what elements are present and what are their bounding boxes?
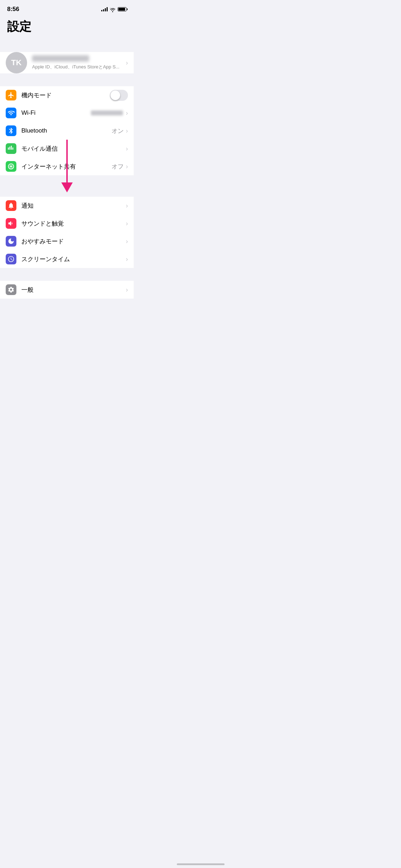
general-icon	[6, 284, 16, 295]
screentime-label: スクリーンタイム	[21, 255, 126, 263]
donotdisturb-label: おやすみモード	[21, 237, 126, 246]
page-title-area: 設定	[0, 16, 134, 39]
profile-subtitle: Apple ID、iCloud、iTunes StoreとApp S...	[32, 64, 126, 70]
status-icons	[101, 7, 127, 11]
signal-icon	[101, 7, 108, 11]
sounds-chevron: ›	[126, 220, 128, 227]
hotspot-icon	[6, 161, 16, 172]
wifi-row[interactable]: Wi-Fi ›	[0, 104, 134, 122]
screentime-icon	[6, 254, 16, 264]
wifi-label: Wi-Fi	[21, 109, 91, 117]
profile-name-blurred	[32, 55, 89, 62]
section-gap-4	[0, 268, 134, 281]
avatar: TK	[6, 52, 27, 73]
cellular-label: モバイル通信	[21, 145, 126, 153]
wifi-chevron: ›	[126, 109, 128, 117]
general-row[interactable]: 一般 ›	[0, 281, 134, 299]
sounds-row[interactable]: サウンドと触覚 ›	[0, 215, 134, 232]
hotspot-row[interactable]: インターネット共有 オフ ›	[0, 157, 134, 175]
sounds-icon	[6, 218, 16, 229]
cellular-icon	[6, 143, 16, 154]
notifications-label: 通知	[21, 202, 126, 210]
bluetooth-row[interactable]: Bluetooth オン ›	[0, 122, 134, 140]
bluetooth-label: Bluetooth	[21, 127, 112, 134]
airplane-mode-toggle[interactable]	[110, 90, 128, 101]
airplane-mode-row[interactable]: 機内モード	[0, 86, 134, 104]
profile-info: Apple ID、iCloud、iTunes StoreとApp S...	[27, 55, 126, 70]
airplane-icon	[6, 90, 16, 100]
wifi-icon	[6, 108, 16, 118]
airplane-mode-label: 機内モード	[21, 91, 110, 99]
notification-section: 通知 › サウンドと触覚 › おやすみモード › スクリーンタイム ›	[0, 197, 134, 268]
cellular-row[interactable]: モバイル通信 ›	[0, 140, 134, 157]
section-gap-2	[0, 73, 134, 86]
section-gap-1	[0, 39, 134, 52]
profile-chevron: ›	[126, 59, 128, 67]
status-bar: 8:56	[0, 0, 134, 16]
sounds-label: サウンドと触覚	[21, 219, 126, 228]
battery-icon	[118, 7, 127, 11]
svg-point-0	[10, 166, 12, 167]
donotdisturb-icon	[6, 236, 16, 247]
notifications-chevron: ›	[126, 202, 128, 210]
connectivity-section: 機内モード Wi-Fi › Bluetooth オン › モバイル通信 › イン…	[0, 86, 134, 175]
profile-section: TK Apple ID、iCloud、iTunes StoreとApp S...…	[0, 52, 134, 73]
donotdisturb-chevron: ›	[126, 238, 128, 245]
hotspot-chevron: ›	[126, 163, 128, 170]
hotspot-label: インターネット共有	[21, 162, 112, 171]
hotspot-value: オフ	[112, 162, 124, 171]
screentime-row[interactable]: スクリーンタイム ›	[0, 250, 134, 268]
section-gap-3	[0, 175, 134, 197]
notifications-icon	[6, 200, 16, 211]
general-section: 一般 ›	[0, 281, 134, 299]
wifi-value-blurred	[91, 110, 123, 115]
screentime-chevron: ›	[126, 255, 128, 263]
notifications-row[interactable]: 通知 ›	[0, 197, 134, 215]
general-chevron: ›	[126, 286, 128, 294]
status-time: 8:56	[7, 6, 19, 13]
bluetooth-value: オン	[112, 127, 124, 135]
cellular-chevron: ›	[126, 145, 128, 153]
profile-row[interactable]: TK Apple ID、iCloud、iTunes StoreとApp S...…	[0, 52, 134, 73]
page-title: 設定	[7, 19, 127, 35]
donotdisturb-row[interactable]: おやすみモード ›	[0, 232, 134, 250]
bluetooth-chevron: ›	[126, 127, 128, 135]
wifi-status-icon	[110, 7, 115, 11]
general-label: 一般	[21, 286, 126, 294]
bluetooth-icon	[6, 125, 16, 136]
